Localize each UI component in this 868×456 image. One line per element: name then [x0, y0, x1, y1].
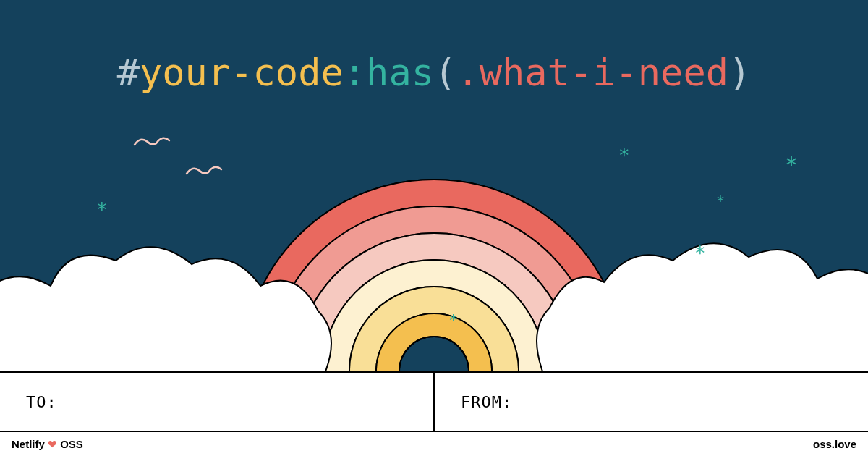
card-address-panel: TO: FROM: — [0, 371, 868, 431]
heart-icon: ❤︎ — [48, 438, 57, 450]
star-icon: * — [448, 311, 458, 329]
clouds-icon — [0, 243, 868, 371]
dot-symbol: . — [456, 51, 479, 94]
from-label: FROM: — [461, 393, 512, 411]
star-icon: * — [96, 199, 108, 221]
footer-brand: Netlify ❤︎ OSS — [12, 438, 83, 451]
bird-icon — [187, 167, 221, 174]
to-label: TO: — [26, 393, 57, 411]
selector-id: your-code — [140, 51, 344, 94]
to-cell: TO: — [0, 373, 435, 431]
paren-open: ( — [434, 51, 456, 94]
star-icon: * — [785, 152, 798, 177]
star-icon: * — [716, 192, 725, 209]
star-icon: * — [694, 242, 706, 264]
footer-bar: Netlify ❤︎ OSS oss.love — [0, 431, 868, 456]
headline-code-selector: #your-code:has(.what-i-need) — [0, 51, 868, 94]
paren-close: ) — [728, 51, 751, 94]
bird-icon — [135, 138, 169, 145]
from-cell: FROM: — [435, 373, 868, 431]
rainbow-icon — [242, 180, 626, 371]
brand-suffix: OSS — [60, 438, 83, 450]
footer-url: oss.love — [813, 438, 856, 450]
pseudo-colon: : — [344, 51, 366, 94]
class-name: what-i-need — [480, 51, 728, 94]
hash-symbol: # — [117, 51, 140, 94]
star-icon: * — [618, 145, 630, 166]
brand-prefix: Netlify — [12, 438, 45, 450]
pseudo-name: has — [366, 51, 434, 94]
